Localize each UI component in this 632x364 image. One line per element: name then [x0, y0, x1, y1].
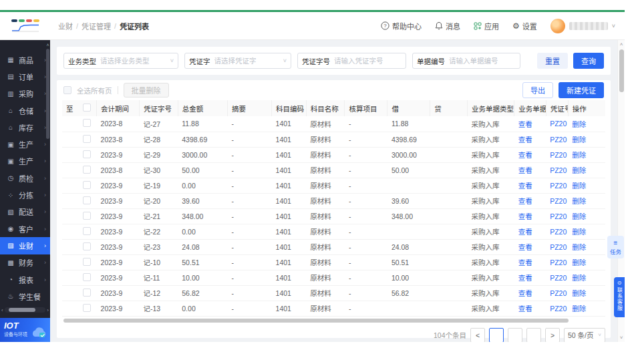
contact-service-tab[interactable]: ⊙ 联系客服 — [614, 277, 625, 317]
doc-no-field[interactable]: 单据编号 — [412, 53, 520, 69]
search-button[interactable]: 查询 — [573, 53, 604, 69]
delete-link[interactable]: 删除 — [572, 151, 586, 159]
sidebar-item[interactable]: ▥ 采购 › — [0, 85, 50, 102]
row-checkbox[interactable] — [83, 119, 91, 127]
breadcrumb-level1[interactable]: 业财 — [58, 21, 73, 31]
delete-link[interactable]: 删除 — [572, 274, 586, 282]
row-checkbox[interactable] — [83, 150, 91, 158]
row-checkbox[interactable] — [83, 181, 91, 189]
cell-summary: - — [228, 208, 272, 224]
sidebar-item[interactable]: ⌂ 仓储 › — [0, 102, 50, 119]
page-button[interactable] — [508, 328, 522, 343]
row-checkbox[interactable] — [83, 196, 91, 204]
sidebar-item[interactable]: ◷ 质检 › — [0, 170, 50, 186]
new-voucher-button[interactable]: 新建凭证 — [559, 82, 604, 98]
voucher-word-select[interactable]: 凭证字 ˅ — [184, 53, 291, 69]
page-button[interactable] — [526, 328, 541, 343]
table-horizontal-scrollbar[interactable] — [62, 318, 605, 323]
delete-link[interactable]: 删除 — [572, 305, 586, 313]
view-doc-link[interactable]: 查看 — [518, 258, 532, 266]
view-doc-link[interactable]: 查看 — [518, 243, 532, 251]
sidebar-item[interactable]: ◉ 客户 › — [0, 220, 50, 237]
reset-button[interactable]: 重置 — [537, 53, 568, 69]
cell-summary: - — [228, 254, 272, 270]
sidebar-horizontal-scrollbar[interactable]: ‹ › — [0, 306, 50, 314]
row-checkbox[interactable] — [83, 227, 91, 235]
doc-no-input[interactable] — [449, 57, 516, 65]
sidebar-item[interactable]: ▣ 生产 › — [0, 153, 50, 170]
settings-button[interactable]: ⚙ 设置 — [512, 21, 537, 31]
voucher-word-input[interactable] — [214, 57, 281, 65]
sidebar-item[interactable]: ♨ 学生餐 — [0, 288, 50, 305]
hscroll-thumb[interactable] — [63, 319, 569, 323]
voucher-no-input[interactable] — [334, 57, 402, 65]
sidebar-item[interactable]: ▧ 配送 › — [0, 204, 50, 220]
iot-banner[interactable]: IOT 设备与环境 — [0, 318, 50, 342]
row-checkbox[interactable] — [83, 135, 91, 143]
row-checkbox[interactable] — [83, 166, 91, 174]
scroll-up-icon[interactable]: ˄ — [46, 43, 49, 47]
sidebar-item[interactable]: ▣ 生产 › — [0, 136, 50, 152]
row-checkbox[interactable] — [83, 242, 91, 250]
sidebar-item[interactable]: ⌂ 库存 › — [0, 119, 50, 136]
view-doc-link[interactable]: 查看 — [518, 228, 532, 236]
scroll-down-icon[interactable]: ˅ — [618, 335, 625, 341]
view-doc-link[interactable]: 查看 — [518, 274, 532, 282]
delete-link[interactable]: 删除 — [572, 289, 586, 297]
voucher-no-field[interactable]: 凭证字号 — [297, 53, 406, 69]
scroll-left-icon[interactable]: ‹ — [1, 307, 3, 313]
delete-link[interactable]: 删除 — [572, 182, 586, 190]
main-scroll-thumb[interactable] — [619, 49, 624, 92]
delete-link[interactable]: 删除 — [572, 258, 586, 266]
business-type-input[interactable] — [100, 57, 168, 65]
view-doc-link[interactable]: 查看 — [518, 305, 532, 313]
help-center-button[interactable]: ? 帮助中心 — [381, 21, 422, 31]
prev-page-button[interactable]: < — [470, 328, 485, 343]
sidebar-item[interactable]: ▨ 业财 › — [0, 237, 50, 254]
view-doc-link[interactable]: 查看 — [518, 289, 532, 297]
row-checkbox[interactable] — [83, 258, 91, 266]
breadcrumb-level2[interactable]: 凭证管理 — [82, 21, 111, 31]
batch-delete-button[interactable]: 批量删除 — [124, 83, 169, 98]
delete-link[interactable]: 删除 — [572, 197, 586, 205]
delete-link[interactable]: 删除 — [572, 166, 586, 174]
view-doc-link[interactable]: 查看 — [518, 136, 532, 144]
sidebar-hscroll-thumb[interactable] — [9, 308, 35, 312]
messages-button[interactable]: 消息 — [435, 21, 460, 31]
row-checkbox[interactable] — [83, 212, 91, 220]
select-all-checkbox[interactable] — [63, 86, 71, 94]
sidebar-item[interactable]: ◔ 报表 › — [0, 271, 50, 288]
apps-button[interactable]: 应用 — [474, 21, 499, 31]
view-doc-link[interactable]: 查看 — [518, 212, 532, 220]
view-doc-link[interactable]: 查看 — [518, 120, 532, 128]
delete-link[interactable]: 删除 — [572, 243, 586, 251]
row-checkbox[interactable] — [83, 289, 91, 297]
export-button[interactable]: 导出 — [522, 82, 553, 98]
scroll-right-icon[interactable]: › — [47, 307, 49, 313]
task-float-button[interactable]: ≡ 任务 — [607, 236, 624, 258]
sidebar-item-label: 生产 — [19, 156, 33, 166]
view-doc-link[interactable]: 查看 — [518, 151, 532, 159]
sidebar-vertical-scrollbar[interactable]: ˄ — [46, 43, 49, 303]
delete-link[interactable]: 删除 — [572, 212, 586, 220]
business-type-select[interactable]: 业务类型 ˅ — [63, 53, 178, 69]
view-doc-link[interactable]: 查看 — [518, 166, 532, 174]
next-page-button[interactable]: > — [545, 328, 560, 343]
sidebar-item[interactable]: ⁘ 分拣 › — [0, 186, 50, 203]
view-doc-link[interactable]: 查看 — [518, 197, 532, 205]
page-size-select[interactable]: 50 条/页 ˅ — [564, 328, 605, 343]
row-checkbox[interactable] — [83, 304, 91, 312]
sidebar-scroll-thumb[interactable] — [46, 49, 49, 139]
row-checkbox[interactable] — [83, 273, 91, 281]
page-button[interactable] — [489, 328, 504, 343]
user-menu[interactable]: ˅ — [550, 19, 615, 33]
delete-link[interactable]: 删除 — [572, 228, 586, 236]
view-doc-link[interactable]: 查看 — [518, 182, 532, 190]
delete-link[interactable]: 删除 — [572, 136, 586, 144]
header-checkbox[interactable] — [83, 104, 91, 112]
scroll-up-icon[interactable]: ˄ — [618, 41, 625, 47]
sidebar-item[interactable]: ▦ 商品 › — [0, 51, 50, 68]
sidebar-item[interactable]: ▩ 财务 › — [0, 254, 50, 271]
sidebar-item[interactable]: ▤ 订单 › — [0, 68, 50, 85]
delete-link[interactable]: 删除 — [572, 120, 586, 128]
